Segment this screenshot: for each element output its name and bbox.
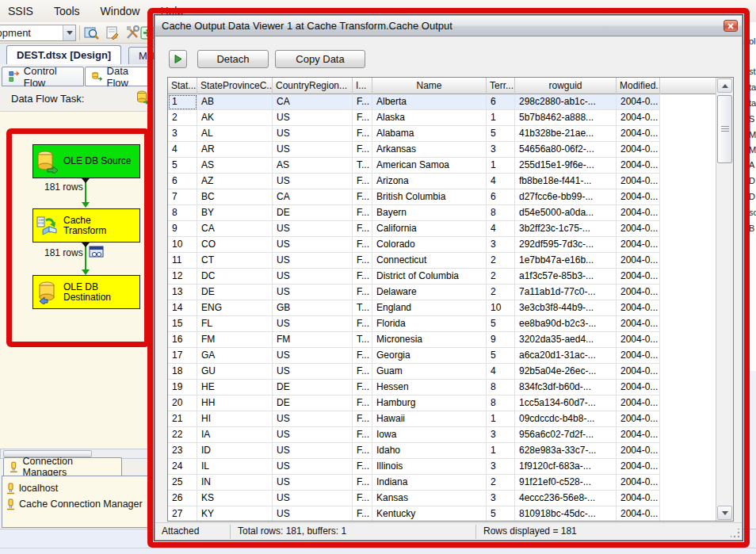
- table-row[interactable]: 20HHDEF...Hamburg81cc5a134-60d7-...2004-…: [168, 395, 716, 411]
- table-row[interactable]: 11CTUSF...Connecticut21e7bb47a-e16b...20…: [168, 253, 716, 269]
- table-row[interactable]: 3ALUSF...Alabama541b328be-21ae...2004-0.…: [168, 126, 716, 142]
- tab-control-flow[interactable]: Control Flow: [2, 67, 84, 86]
- close-button[interactable]: [724, 20, 738, 32]
- table-cell[interactable]: 2: [487, 475, 515, 491]
- table-cell[interactable]: HE: [197, 380, 273, 395]
- table-cell[interactable]: Colorado: [372, 237, 487, 253]
- table-cell[interactable]: Idaho: [372, 443, 487, 459]
- table-cell[interactable]: FM: [197, 332, 273, 348]
- table-cell[interactable]: F...: [353, 491, 372, 506]
- table-cell[interactable]: 3b2ff23c-1c75-...: [515, 221, 617, 237]
- cache-transform-box[interactable]: 100 010 Cache Transform: [32, 208, 140, 243]
- table-cell[interactable]: CA: [273, 94, 353, 110]
- table-cell[interactable]: 834fc3df-b60d-...: [515, 380, 617, 395]
- table-cell[interactable]: IA: [197, 427, 273, 443]
- table-cell[interactable]: Delaware: [372, 285, 487, 300]
- table-cell[interactable]: 3: [487, 142, 515, 158]
- table-cell[interactable]: Kansas: [372, 491, 487, 506]
- table-cell[interactable]: T...: [353, 300, 372, 316]
- column-header[interactable]: Stat...: [168, 78, 197, 94]
- table-cell[interactable]: California: [372, 221, 487, 237]
- tab-data-flow[interactable]: Data Flow: [85, 67, 153, 86]
- table-row[interactable]: 27KYUSF...Kentucky5810918bc-45dc-...2004…: [168, 506, 716, 521]
- column-header[interactable]: CountryRegion...: [273, 78, 353, 94]
- table-cell[interactable]: HI: [197, 411, 273, 427]
- table-cell[interactable]: 5: [487, 316, 515, 332]
- table-cell[interactable]: 2004-0...: [617, 94, 660, 110]
- table-cell[interactable]: US: [273, 411, 353, 427]
- table-cell[interactable]: T...: [353, 158, 372, 174]
- table-cell[interactable]: Alabama: [372, 126, 487, 142]
- table-cell[interactable]: FM: [273, 332, 353, 348]
- table-cell[interactable]: F...: [353, 285, 372, 300]
- table-row[interactable]: 9CAUSF...California43b2ff23c-1c75-...200…: [168, 221, 716, 237]
- table-cell[interactable]: 11: [168, 253, 197, 269]
- table-cell[interactable]: ee8ba90d-b2c3-...: [515, 316, 617, 332]
- table-cell[interactable]: 3: [487, 459, 515, 475]
- table-row[interactable]: 10COUSF...Colorado3292df595-7d3c-...2004…: [168, 237, 716, 253]
- table-cell[interactable]: American Samoa: [372, 158, 487, 174]
- table-cell[interactable]: F...: [353, 221, 372, 237]
- viewer-title-bar[interactable]: Cache Output Data Viewer 1 at Cache Tran…: [155, 16, 742, 36]
- connection-item-cache[interactable]: Cache Connection Manager: [6, 497, 143, 511]
- table-cell[interactable]: 15: [168, 316, 197, 332]
- table-cell[interactable]: US: [273, 316, 353, 332]
- table-cell[interactable]: 1: [487, 443, 515, 459]
- table-cell[interactable]: 2004-0...: [617, 110, 660, 126]
- table-cell[interactable]: 1e7bb47a-e16b...: [515, 253, 617, 269]
- table-cell[interactable]: 4: [487, 364, 515, 380]
- table-row[interactable]: 4ARUSF...Arkansas354656a80-06f2-...2004-…: [168, 142, 716, 158]
- table-cell[interactable]: F...: [353, 348, 372, 364]
- play-button[interactable]: [169, 50, 187, 68]
- table-cell[interactable]: Illinois: [372, 459, 487, 475]
- table-cell[interactable]: AL: [197, 126, 273, 142]
- table-cell[interactable]: d27fcc6e-bb99-...: [515, 189, 617, 205]
- flow-connector-1[interactable]: [85, 182, 86, 202]
- table-cell[interactable]: F...: [353, 395, 372, 411]
- table-cell[interactable]: Hamburg: [372, 395, 487, 411]
- table-cell[interactable]: 24: [168, 459, 197, 475]
- table-cell[interactable]: 2004-0...: [617, 300, 660, 316]
- table-cell[interactable]: AS: [197, 158, 273, 174]
- table-cell[interactable]: 2004-0...: [617, 142, 660, 158]
- table-cell[interactable]: 12: [168, 269, 197, 285]
- table-cell[interactable]: 13: [168, 285, 197, 300]
- table-cell[interactable]: IL: [197, 459, 273, 475]
- table-cell[interactable]: 2004-0...: [617, 174, 660, 189]
- resize-grip-icon[interactable]: [731, 529, 740, 538]
- table-cell[interactable]: 3e3cb3f8-44b9-...: [515, 300, 617, 316]
- table-cell[interactable]: KS: [197, 491, 273, 506]
- table-cell[interactable]: AZ: [197, 174, 273, 189]
- table-cell[interactable]: 8: [487, 380, 515, 395]
- table-cell[interactable]: 5b7b8462-a888...: [515, 110, 617, 126]
- table-cell[interactable]: 2: [487, 253, 515, 269]
- table-cell[interactable]: 2004-0...: [617, 189, 660, 205]
- table-cell[interactable]: F...: [353, 316, 372, 332]
- table-cell[interactable]: 27: [168, 506, 197, 521]
- properties-icon[interactable]: [105, 25, 120, 40]
- table-cell[interactable]: US: [273, 253, 353, 269]
- table-cell[interactable]: 1: [168, 94, 197, 110]
- table-row[interactable]: 8BYDEF...Bayern8d54e5000-a0da...2004-0..…: [168, 205, 716, 221]
- table-row[interactable]: 2AKUSF...Alaska15b7b8462-a888...2004-0..…: [168, 110, 716, 126]
- table-cell[interactable]: 10: [487, 300, 515, 316]
- table-cell[interactable]: F...: [353, 443, 372, 459]
- table-cell[interactable]: AS: [273, 158, 353, 174]
- table-cell[interactable]: F...: [353, 205, 372, 221]
- table-cell[interactable]: 2004-0...: [617, 380, 660, 395]
- table-row[interactable]: 16FMFMT...Micronesia93202da35-aed4...200…: [168, 332, 716, 348]
- table-cell[interactable]: F...: [353, 380, 372, 395]
- table-cell[interactable]: d54e5000-a0da...: [515, 205, 617, 221]
- menu-window[interactable]: Window: [101, 5, 140, 17]
- table-cell[interactable]: 1: [487, 411, 515, 427]
- table-cell[interactable]: F...: [353, 189, 372, 205]
- table-cell[interactable]: 956a6c02-7d2f-...: [515, 427, 617, 443]
- table-cell[interactable]: US: [273, 443, 353, 459]
- table-cell[interactable]: 3: [168, 126, 197, 142]
- table-cell[interactable]: CA: [273, 189, 353, 205]
- table-cell[interactable]: Guam: [372, 364, 487, 380]
- scroll-up-button[interactable]: [717, 78, 732, 93]
- table-cell[interactable]: 4: [487, 221, 515, 237]
- table-cell[interactable]: 2004-0...: [617, 237, 660, 253]
- table-cell[interactable]: F...: [353, 94, 372, 110]
